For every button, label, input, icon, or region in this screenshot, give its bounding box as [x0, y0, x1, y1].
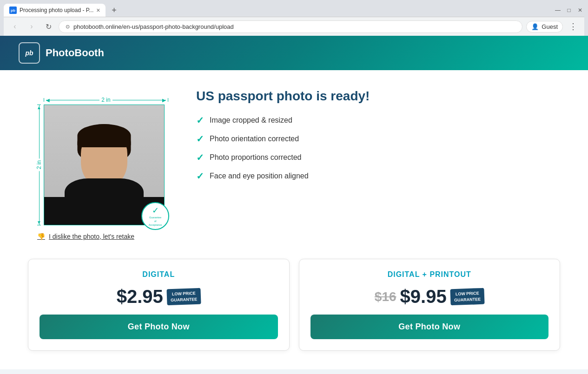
browser-chrome: pb Processing photo upload - P... × + — …: [0, 0, 588, 36]
site-header: pb PhotoBooth: [0, 36, 588, 70]
browser-menu-button[interactable]: ⋮: [567, 20, 580, 33]
digital-printout-price-row: $16 $9.95 LOW PRICE GUARANTEE: [311, 286, 549, 307]
retake-label: I dislike the photo, let's retake: [49, 233, 134, 240]
digital-printout-price-old: $16: [375, 289, 396, 304]
guarantee-badge: ✓ Guarantee of Acceptance: [141, 202, 169, 230]
site-content: ◀ 2 in ▶ ▲ 2 in ▼: [0, 70, 588, 369]
tab-close-button[interactable]: ×: [96, 7, 100, 13]
maximize-button[interactable]: □: [565, 6, 573, 14]
photo-wrapper: ✓ Guarantee of Acceptance: [44, 105, 165, 225]
digital-pricing-card: DIGITAL $2.95 LOW PRICE GUARANTEE Get Ph…: [28, 259, 290, 351]
address-bar[interactable]: ⊙ photobooth.online/en-us/passport-photo…: [59, 20, 522, 33]
digital-card-title: DIGITAL: [40, 270, 278, 279]
digital-printout-low-price-badge: LOW PRICE GUARANTEE: [450, 288, 484, 306]
url-text: photobooth.online/en-us/passport-photo-b…: [73, 23, 234, 30]
tab-title: Processing photo upload - P...: [20, 7, 93, 13]
guarantee-checkmark: ✓: [152, 205, 159, 216]
checklist-label-2: Photo orientation corrected: [210, 135, 299, 143]
checklist-label-4: Face and eye position aligned: [210, 172, 309, 180]
check-icon-3: ✓: [196, 152, 204, 163]
browser-tab[interactable]: pb Processing photo upload - P... ×: [4, 4, 106, 17]
dimension-top: ◀ 2 in ▶: [44, 98, 168, 102]
main-section: ◀ 2 in ▶ ▲ 2 in ▼: [28, 84, 560, 240]
digital-printout-card-title: DIGITAL + PRINTOUT: [311, 270, 549, 279]
check-icon-2: ✓: [196, 133, 204, 144]
check-icon-1: ✓: [196, 115, 204, 126]
checklist: ✓ Image cropped & resized ✓ Photo orient…: [196, 115, 560, 182]
dimension-side: ▲ 2 in ▼: [37, 105, 41, 225]
digital-printout-get-photo-button[interactable]: Get Photo Now: [311, 315, 549, 339]
profile-icon: 👤: [531, 23, 539, 30]
close-window-button[interactable]: ✕: [576, 6, 584, 14]
info-title: US passport photo is ready!: [196, 89, 560, 104]
tab-bar: pb Processing photo upload - P... × + — …: [4, 4, 584, 17]
guarantee-text: Guarantee of Acceptance: [149, 216, 162, 227]
site-logo: pb PhotoBooth: [19, 42, 104, 64]
checklist-label-1: Image cropped & resized: [210, 116, 292, 125]
security-icon: ⊙: [66, 24, 70, 30]
digital-price: $2.95: [117, 286, 163, 307]
photo-area: ◀ 2 in ▶ ▲ 2 in ▼: [28, 84, 168, 240]
checklist-item-2: ✓ Photo orientation corrected: [196, 133, 560, 144]
digital-low-price-badge: LOW PRICE GUARANTEE: [166, 288, 201, 306]
minimize-button[interactable]: —: [554, 6, 562, 14]
checklist-item-3: ✓ Photo proportions corrected: [196, 152, 560, 163]
thumbs-down-icon: 👎: [37, 233, 45, 240]
back-button[interactable]: ‹: [8, 20, 21, 33]
check-icon-4: ✓: [196, 171, 204, 182]
refresh-button[interactable]: ↻: [42, 20, 55, 33]
logo-text: PhotoBooth: [46, 47, 104, 59]
logo-icon: pb: [19, 42, 40, 64]
pricing-section: DIGITAL $2.95 LOW PRICE GUARANTEE Get Ph…: [28, 259, 560, 351]
digital-get-photo-button[interactable]: Get Photo Now: [40, 315, 278, 339]
checklist-label-3: Photo proportions corrected: [210, 153, 301, 162]
photo-with-side-dim: ▲ 2 in ▼: [37, 105, 168, 225]
retake-link[interactable]: 👎 I dislike the photo, let's retake: [37, 233, 168, 240]
profile-button[interactable]: 👤 Guest: [526, 21, 563, 33]
checklist-item-4: ✓ Face and eye position aligned: [196, 171, 560, 182]
info-section: US passport photo is ready! ✓ Image crop…: [196, 84, 560, 182]
profile-label: Guest: [542, 23, 558, 30]
browser-toolbar: ‹ › ↻ ⊙ photobooth.online/en-us/passport…: [4, 17, 584, 36]
digital-printout-pricing-card: DIGITAL + PRINTOUT $16 $9.95 LOW PRICE G…: [299, 259, 561, 351]
digital-price-row: $2.95 LOW PRICE GUARANTEE: [40, 286, 278, 307]
window-controls: — □ ✕: [554, 6, 584, 14]
tab-favicon: pb: [9, 7, 17, 14]
new-tab-button[interactable]: +: [107, 4, 120, 17]
digital-printout-price: $9.95: [400, 286, 447, 307]
forward-button[interactable]: ›: [25, 20, 38, 33]
checklist-item-1: ✓ Image cropped & resized: [196, 115, 560, 126]
website: pb PhotoBooth ◀ 2 in ▶: [0, 36, 588, 369]
